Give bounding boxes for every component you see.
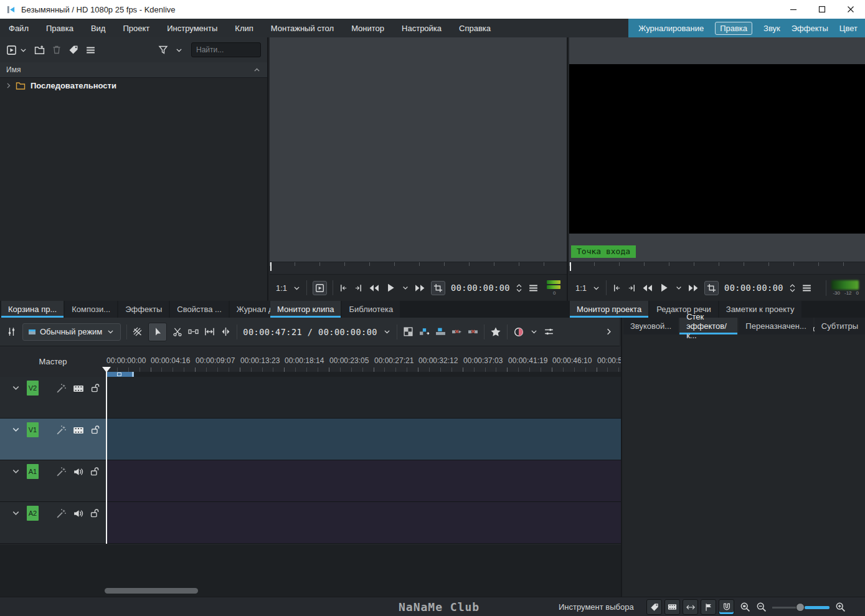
zone-end-handle[interactable]: [132, 372, 134, 377]
menu-monitor[interactable]: Монитор: [343, 19, 393, 37]
track-label-badge[interactable]: A2: [27, 506, 39, 521]
timeline-position-display[interactable]: 00:00:47:21 / 00:00:00:00: [243, 327, 377, 337]
bin-name-column-header[interactable]: Имя: [0, 62, 267, 78]
workspace-tab-editing[interactable]: Правка: [715, 22, 752, 35]
workspace-tab-color[interactable]: Цвет: [839, 24, 858, 33]
master-track-label[interactable]: Мастер: [0, 355, 106, 367]
speaker-icon[interactable]: [73, 508, 83, 519]
toolbar-overflow-button[interactable]: [604, 327, 613, 336]
collapse-chevron-icon[interactable]: [11, 467, 21, 476]
clip-monitor-playhead[interactable]: [270, 262, 272, 271]
timeline-horizontal-scrollbar[interactable]: [105, 588, 198, 594]
menu-file[interactable]: Файл: [0, 19, 37, 37]
add-clip-dropdown[interactable]: [19, 46, 27, 54]
slip-tool-button[interactable]: [204, 326, 215, 337]
tab-subtitles[interactable]: Субтитры: [815, 318, 865, 334]
menu-settings[interactable]: Настройка: [393, 19, 450, 37]
audio-mixer-toggle-button[interactable]: [6, 326, 17, 337]
tab-project-bin[interactable]: Корзина пр...: [1, 301, 64, 318]
extract-zone-button[interactable]: [451, 326, 462, 337]
bin-folder-row[interactable]: Последовательности: [0, 78, 267, 93]
set-zone-in-button[interactable]: [339, 283, 348, 293]
timeline-zone-strip[interactable]: [106, 372, 621, 377]
rewind-button[interactable]: [642, 283, 653, 293]
play-options-dropdown[interactable]: [402, 284, 409, 291]
close-button[interactable]: [836, 0, 865, 19]
menu-timeline[interactable]: Монтажный стол: [262, 19, 343, 37]
spinner-down-icon[interactable]: [516, 288, 522, 293]
forward-button[interactable]: [688, 283, 699, 293]
tab-compositions[interactable]: Компози...: [65, 301, 117, 318]
project-monitor-playhead[interactable]: [570, 262, 571, 271]
track-a1-lane[interactable]: [106, 460, 621, 501]
zoom-slider-track[interactable]: [772, 607, 797, 609]
workspace-tab-logging[interactable]: Журналирование: [638, 24, 704, 33]
clip-monitor-zoom-level[interactable]: 1:1: [276, 283, 287, 293]
tab-project-notes[interactable]: Заметки к проекту: [719, 301, 801, 318]
collapse-chevron-icon[interactable]: [11, 425, 21, 434]
minimize-button[interactable]: [779, 0, 808, 19]
timeline-ruler[interactable]: 00:00:00:00 00:00:04:16 00:00:09:07 00:0…: [106, 355, 621, 367]
tag-button[interactable]: [69, 45, 78, 55]
spinner-up-icon[interactable]: [516, 283, 522, 288]
collapse-chevron-icon[interactable]: [11, 383, 21, 392]
record-options-dropdown[interactable]: [530, 328, 538, 336]
clip-zoom-dropdown[interactable]: [293, 284, 301, 292]
project-zoom-dropdown[interactable]: [592, 284, 600, 292]
set-zone-out-button[interactable]: [627, 283, 636, 293]
snap-toggle[interactable]: [719, 599, 734, 615]
effects-wand-icon[interactable]: [56, 425, 67, 435]
project-monitor-seek-ruler[interactable]: [569, 262, 865, 274]
workspace-tab-audio[interactable]: Звук: [763, 24, 780, 33]
track-label-badge[interactable]: V1: [27, 422, 39, 437]
lock-open-icon[interactable]: [90, 425, 100, 435]
track-compositing-button[interactable]: [133, 327, 143, 337]
tab-project-monitor[interactable]: Монитор проекта: [570, 301, 648, 318]
workspace-tab-effects[interactable]: Эффекты: [792, 24, 828, 33]
show-tags-toggle[interactable]: [646, 599, 662, 615]
spacer-tool-button[interactable]: [188, 326, 199, 337]
filmstrip-icon[interactable]: [73, 383, 84, 394]
project-monitor-menu-button[interactable]: [801, 283, 812, 293]
ruler-ticks[interactable]: [106, 367, 621, 372]
menu-view[interactable]: Вид: [82, 19, 115, 37]
zone-mode-button[interactable]: [704, 281, 719, 295]
lock-open-icon[interactable]: [90, 508, 100, 518]
filmstrip-icon[interactable]: [73, 425, 84, 436]
lock-open-icon[interactable]: [90, 383, 100, 393]
create-folder-button[interactable]: [34, 45, 45, 55]
lock-open-icon[interactable]: [90, 467, 100, 476]
expand-chevron-right-icon[interactable]: [4, 82, 12, 90]
track-v1-lane[interactable]: [106, 419, 621, 460]
menu-tools[interactable]: Инструменты: [158, 19, 226, 37]
project-monitor-zoom-level[interactable]: 1:1: [575, 283, 587, 293]
set-zone-in-button[interactable]: [612, 283, 622, 293]
menu-help[interactable]: Справка: [450, 19, 499, 37]
zoom-slider[interactable]: [772, 603, 830, 612]
zoom-out-button[interactable]: [756, 602, 767, 612]
effects-wand-icon[interactable]: [56, 383, 67, 394]
track-v2-lane[interactable]: [106, 377, 621, 418]
delete-button[interactable]: [52, 45, 62, 55]
play-button[interactable]: [385, 282, 396, 293]
mix-clips-button[interactable]: [403, 326, 414, 337]
menu-clip[interactable]: Клип: [226, 19, 262, 37]
menu-edit[interactable]: Правка: [37, 19, 82, 37]
flag-markers-toggle[interactable]: [701, 599, 716, 615]
project-monitor-timecode[interactable]: 00:00:00:00: [724, 283, 783, 293]
zoom-fit-button[interactable]: [740, 602, 750, 612]
tab-properties[interactable]: Свойства ...: [170, 301, 229, 318]
maximize-button[interactable]: [808, 0, 836, 19]
timeline-zone-bar[interactable]: [106, 372, 134, 377]
track-v2-header[interactable]: V2: [0, 377, 106, 418]
clip-monitor-timecode[interactable]: 00:00:00:00: [451, 283, 510, 293]
clip-monitor-menu-button[interactable]: [528, 283, 539, 293]
timeline-settings-button[interactable]: [544, 326, 554, 337]
spinner-down-icon[interactable]: [789, 288, 796, 293]
set-zone-out-button[interactable]: [354, 283, 363, 293]
play-options-dropdown[interactable]: [675, 284, 683, 291]
menu-project[interactable]: Проект: [114, 19, 158, 37]
track-v1-header[interactable]: V1: [0, 419, 106, 460]
timecode-spinner[interactable]: [516, 283, 522, 293]
track-a2-lane[interactable]: [106, 502, 621, 543]
